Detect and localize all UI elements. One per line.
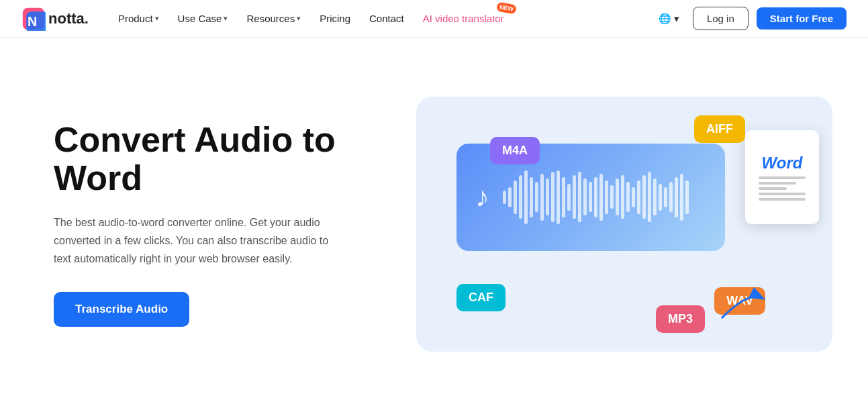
- waveform-bar: [599, 174, 603, 221]
- hero-content: Convert Audio to Word The best audio-to-…: [54, 121, 376, 327]
- nav-links: Product ▾ Use Case ▾ Resources ▾ Pricing…: [110, 9, 653, 28]
- waveform-bar: [664, 187, 667, 207]
- waveform-bar: [546, 178, 549, 215]
- waveform-bar: [530, 177, 533, 217]
- start-free-button[interactable]: Start for Free: [757, 7, 847, 30]
- nav-item-usecase[interactable]: Use Case ▾: [170, 9, 236, 28]
- waveform-bar: [637, 181, 640, 214]
- hero-title: Convert Audio to Word: [54, 121, 376, 197]
- waveform-bar: [583, 178, 587, 215]
- waveform-bar: [578, 172, 581, 222]
- badge-mp3: MP3: [656, 305, 705, 333]
- logo-icon: N: [21, 7, 46, 31]
- waveform-bar: [685, 181, 689, 214]
- nav-item-contact[interactable]: Contact: [361, 9, 412, 28]
- nav-right: 🌐 ▾ Log in Start for Free: [653, 7, 847, 30]
- transcribe-audio-button[interactable]: Transcribe Audio: [54, 292, 189, 327]
- waveform-bar: [589, 182, 592, 212]
- waveform-bar: [680, 174, 683, 221]
- language-selector[interactable]: 🌐 ▾: [653, 9, 685, 29]
- illustration-container: ♪ Word AIFF M4A CAF MP3 WAV: [416, 97, 832, 352]
- word-line: [759, 187, 787, 190]
- waveform-bar: [605, 181, 608, 214]
- nav-item-pricing[interactable]: Pricing: [311, 9, 358, 28]
- waveform-bar: [562, 177, 565, 217]
- svg-text:N: N: [28, 13, 37, 28]
- waveform-bar: [567, 184, 571, 211]
- waveform-bar: [648, 172, 651, 222]
- arrow-icon: [715, 285, 769, 325]
- logo-link[interactable]: N notta.: [21, 7, 89, 31]
- hero-illustration: ♪ Word AIFF M4A CAF MP3 WAV: [416, 97, 832, 352]
- word-line: [759, 176, 806, 179]
- waveform-bar: [594, 177, 597, 217]
- word-line: [759, 198, 806, 201]
- hero-description: The best audio-to-word converter online.…: [54, 213, 342, 268]
- nav-item-resources[interactable]: Resources ▾: [238, 9, 309, 28]
- word-document: Word: [745, 130, 819, 224]
- badge-m4a: M4A: [490, 137, 540, 164]
- waveform-bar: [626, 182, 630, 212]
- waveform-bar: [519, 175, 522, 219]
- waveform-bar: [669, 182, 673, 212]
- waveform-bar: [675, 177, 678, 217]
- waveform-bar: [514, 181, 517, 214]
- word-label: Word: [762, 154, 803, 172]
- chevron-down-icon: ▾: [674, 13, 679, 25]
- waveform-bar: [503, 191, 506, 204]
- waveform-bar: [573, 175, 576, 219]
- badge-caf: CAF: [456, 284, 505, 311]
- waveform: [503, 170, 689, 224]
- waveform-bar: [610, 185, 614, 209]
- word-line: [759, 182, 796, 185]
- chevron-down-icon: ▾: [224, 14, 228, 23]
- login-button[interactable]: Log in: [693, 7, 749, 30]
- waveform-bar: [659, 184, 662, 211]
- word-line: [759, 193, 806, 195]
- word-doc-lines: [759, 176, 806, 201]
- waveform-bar: [621, 175, 624, 219]
- badge-aiff: AIFF: [694, 115, 745, 143]
- waveform-bar: [551, 172, 554, 222]
- waveform-bar: [616, 178, 619, 215]
- globe-icon: 🌐: [659, 13, 671, 25]
- nav-item-product[interactable]: Product ▾: [110, 9, 167, 28]
- waveform-bar: [535, 182, 538, 212]
- navbar: N notta. Product ▾ Use Case ▾ Resources …: [0, 0, 868, 38]
- waveform-bar: [653, 178, 657, 215]
- hero-section: Convert Audio to Word The best audio-to-…: [0, 38, 868, 410]
- music-icon: ♪: [475, 181, 489, 213]
- logo-text: notta.: [48, 10, 89, 28]
- chevron-down-icon: ▾: [155, 14, 159, 23]
- waveform-bar: [540, 174, 544, 221]
- chevron-down-icon: ▾: [297, 14, 301, 23]
- waveform-bar: [524, 170, 528, 224]
- waveform-bar: [642, 175, 646, 219]
- waveform-bar: [632, 187, 635, 207]
- waveform-bar: [508, 187, 512, 207]
- waveform-bar: [557, 170, 560, 224]
- nav-item-ai-translator[interactable]: AI video translator NEW: [415, 9, 512, 28]
